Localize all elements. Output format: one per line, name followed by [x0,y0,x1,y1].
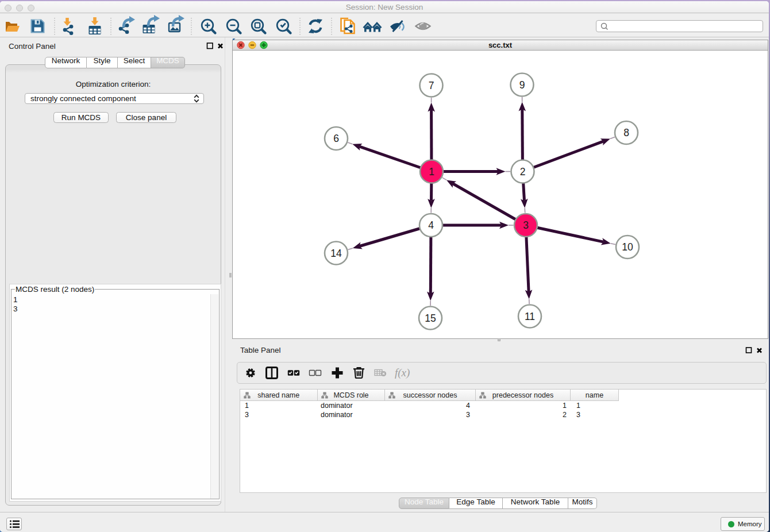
svg-text:3: 3 [523,219,529,231]
svg-text:4: 4 [428,219,434,231]
svg-text:6: 6 [333,133,339,144]
svg-text:1: 1 [429,166,434,178]
svg-text:7: 7 [429,80,434,91]
svg-text:11: 11 [525,311,535,322]
svg-text:2: 2 [520,166,526,178]
svg-text:10: 10 [622,241,633,253]
svg-text:9: 9 [519,79,525,91]
svg-text:8: 8 [623,127,629,138]
svg-text:15: 15 [425,313,436,324]
svg-text:14: 14 [330,248,342,259]
